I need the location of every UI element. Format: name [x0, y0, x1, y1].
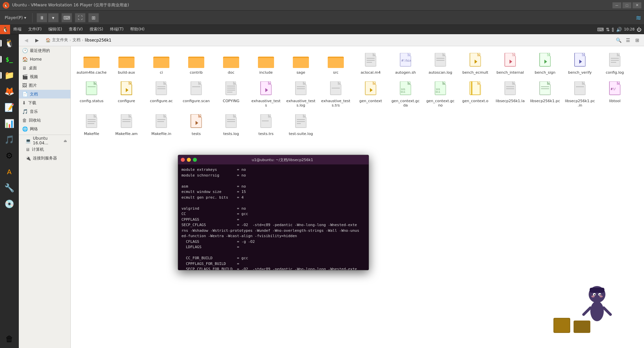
- keyboard-icon[interactable]: ⌨: [597, 27, 604, 32]
- dock-item-trash[interactable]: 🗑: [2, 331, 17, 347]
- file-item-exhaustive-tests-log[interactable]: exhaustive_tests.log: [284, 79, 318, 110]
- breadcrumb-home[interactable]: 主文件夹: [52, 37, 68, 43]
- restore-button[interactable]: □: [623, 2, 631, 8]
- dock-item-dvd[interactable]: 💿: [2, 196, 17, 212]
- file-item-gen-context-gcno[interactable]: 101011 gen_context.gcno: [424, 79, 457, 110]
- menu-terminal[interactable]: 终端: [10, 25, 25, 34]
- file-item-exhaustive-tests-trs[interactable]: exhaustive_tests.trs: [319, 79, 353, 110]
- terminal-maximize-button[interactable]: [193, 158, 197, 162]
- file-item-gen-context[interactable]: gen_context: [354, 79, 387, 110]
- breadcrumb-current[interactable]: libsecp256k1: [85, 38, 112, 43]
- server-icon: 🔌: [25, 156, 31, 161]
- file-item-build-aux[interactable]: build-aux: [110, 50, 143, 77]
- file-item-bench-ecmult[interactable]: bench_ecmult: [459, 50, 492, 77]
- dock-item-tools[interactable]: 🔧: [2, 180, 17, 196]
- file-item-include[interactable]: include: [249, 50, 283, 77]
- menu-search[interactable]: 搜索(S): [86, 25, 107, 34]
- file-item-bench-sign[interactable]: bench_sign: [528, 50, 562, 77]
- pause-button[interactable]: ⏸: [37, 13, 47, 22]
- file-item-makefile-am[interactable]: Makefile.am: [110, 112, 143, 139]
- file-item-test-suite-log[interactable]: test-suite.log: [284, 112, 318, 139]
- list-view-button[interactable]: ☰: [624, 36, 632, 44]
- menu-terminal2[interactable]: 终端(T): [107, 25, 127, 34]
- file-item-gen-context-o[interactable]: gen_context.o: [459, 79, 492, 110]
- back-button[interactable]: ◀: [21, 36, 31, 44]
- dock-item-calc[interactable]: 📊: [2, 116, 17, 131]
- sidebar-network[interactable]: 🌐 网络: [19, 125, 70, 133]
- file-item-copying[interactable]: COPYING: [214, 79, 248, 110]
- sound-icon[interactable]: 🔊: [616, 27, 622, 32]
- fullscreen-button[interactable]: ⛶: [75, 13, 86, 22]
- eject-icon[interactable]: ⏏: [64, 139, 67, 143]
- file-item-config-log[interactable]: config.log: [598, 50, 632, 77]
- close-button[interactable]: ✕: [633, 2, 641, 8]
- file-item-aclocal[interactable]: aclocal.m4: [354, 50, 387, 77]
- sidebar-connect-server[interactable]: 🔌 连接到服务器: [19, 154, 70, 162]
- sidebar-computer[interactable]: 🖥 计算机: [19, 145, 70, 154]
- pause-dropdown[interactable]: ▾: [48, 13, 59, 22]
- sidebar-device-ubuntu[interactable]: 💻 Ubuntu 16.04... ⏏: [19, 136, 70, 145]
- player-menu[interactable]: Player(P) ▾: [3, 14, 28, 21]
- unity-button[interactable]: ⊞: [88, 13, 99, 22]
- file-item-autom4te[interactable]: autom4te.cache: [75, 50, 108, 77]
- dock-item-files[interactable]: 📁: [2, 68, 17, 83]
- file-item-libsecp256k1-pc[interactable]: libsecp256k1.pc: [528, 79, 562, 110]
- network-icon[interactable]: ⇅: [606, 27, 610, 32]
- sidebar-documents[interactable]: 📄 文档: [19, 90, 70, 98]
- file-item-configure[interactable]: configure: [110, 79, 143, 110]
- dock-item-firefox[interactable]: 🦊: [2, 84, 17, 99]
- file-item-bench-verify[interactable]: bench_verify: [563, 50, 597, 77]
- file-item-exhaustive-tests[interactable]: exhaustive_tests: [249, 79, 283, 110]
- file-item-configure-scan[interactable]: configure.scan: [179, 79, 213, 110]
- menu-help[interactable]: 帮助(H): [127, 25, 148, 34]
- terminal-close-button[interactable]: [181, 158, 185, 162]
- file-item-makefile-in[interactable]: Makefile.in: [145, 112, 178, 139]
- file-item-gen-context-gcda[interactable]: 101011 gen_context.gcda: [389, 79, 422, 110]
- dock-item-ubuntu[interactable]: 🐧: [2, 36, 17, 51]
- file-item-src[interactable]: src: [319, 50, 353, 77]
- file-item-configure-ac[interactable]: configure.ac: [145, 79, 178, 110]
- file-item-bench-internal[interactable]: bench_internal: [493, 50, 527, 77]
- file-item-config-status[interactable]: config.status: [75, 79, 108, 110]
- sidebar-desktop[interactable]: 🖥 桌面: [19, 64, 70, 72]
- terminal-body[interactable]: module extrakeys = no module schnorrsig …: [178, 164, 369, 270]
- power-icon[interactable]: ⏻: [637, 27, 641, 32]
- sidebar-downloads[interactable]: ⬇ 下载: [19, 98, 70, 107]
- forward-button[interactable]: ▶: [32, 36, 42, 44]
- file-item-libtool[interactable]: #!/ libtool: [598, 79, 632, 110]
- search-button[interactable]: 🔍: [614, 36, 623, 44]
- file-item-contrib[interactable]: contrib: [179, 50, 213, 77]
- file-item-ci[interactable]: ci: [145, 50, 178, 77]
- file-item-autogen[interactable]: #!/bin autogen.sh: [389, 50, 422, 77]
- dock-item-settings[interactable]: ⚙: [2, 148, 17, 163]
- file-item-makefile[interactable]: Makefile: [75, 112, 108, 139]
- file-item-libsecp256k1-la[interactable]: libsecp256k1.la: [493, 79, 527, 110]
- file-item-tests-trs[interactable]: tests.trs: [249, 112, 283, 139]
- menu-view[interactable]: 查看(V): [65, 25, 86, 34]
- sidebar-pictures[interactable]: 🖼 图片: [19, 81, 70, 90]
- dock-item-store[interactable]: A: [2, 164, 17, 180]
- dock-item-text[interactable]: 📝: [2, 100, 17, 115]
- send-ctrl-alt-del[interactable]: ⌨: [61, 13, 72, 22]
- terminal-minimize-button[interactable]: [187, 158, 191, 162]
- sidebar-trash[interactable]: 🗑 回收站: [19, 116, 70, 125]
- minimize-button[interactable]: ─: [612, 2, 621, 8]
- file-item-libsecp256k1-pc-in[interactable]: libsecp256k1.pc.in: [563, 79, 597, 110]
- sidebar-music[interactable]: 🎵 音乐: [19, 107, 70, 116]
- file-item-doc[interactable]: doc: [214, 50, 248, 77]
- dock-item-terminal[interactable]: $_: [2, 52, 17, 67]
- sidebar-home[interactable]: 🏠 Home: [19, 55, 70, 64]
- file-item-autoscan[interactable]: autoscan.log: [424, 50, 457, 77]
- sidebar-recent[interactable]: 🕐 最近使用的: [19, 46, 70, 55]
- dock-item-music[interactable]: 🎵: [2, 132, 17, 147]
- sidebar-videos[interactable]: 🎬 视频: [19, 72, 70, 81]
- file-item-tests-log[interactable]: tests.log: [214, 112, 248, 139]
- ubuntu-logo[interactable]: 🐧: [0, 25, 10, 34]
- file-item-sage[interactable]: sage: [284, 50, 318, 77]
- grid-view-button[interactable]: ⊞: [633, 36, 641, 44]
- menu-edit[interactable]: 编辑(E): [45, 25, 65, 34]
- file-item-tests[interactable]: tests: [179, 112, 213, 139]
- bluetooth-icon[interactable]: ₿: [612, 27, 614, 32]
- menu-file[interactable]: 文件(F): [25, 25, 45, 34]
- breadcrumb-documents[interactable]: 文档: [72, 37, 80, 43]
